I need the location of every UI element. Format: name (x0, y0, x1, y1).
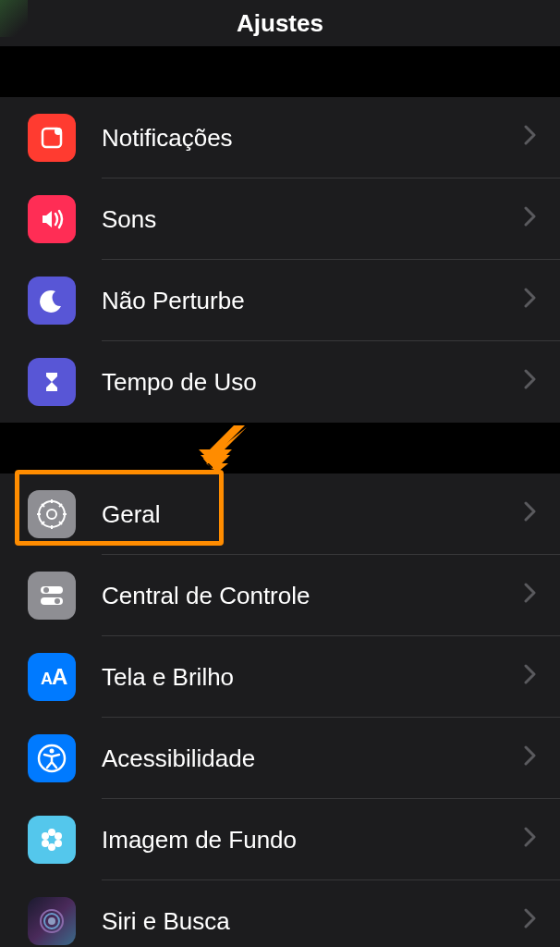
row-sounds[interactable]: Sons (0, 178, 560, 260)
row-label: Tela e Brilho (102, 663, 524, 692)
row-accessibility[interactable]: Acessibilidade (0, 718, 560, 799)
row-label: Central de Controle (102, 582, 524, 610)
svg-point-31 (48, 917, 55, 925)
svg-point-25 (48, 843, 55, 851)
svg-point-26 (42, 840, 49, 847)
section-gap (0, 46, 560, 97)
chevron-right-icon (524, 664, 537, 690)
row-do-not-disturb[interactable]: Não Perturbe (0, 260, 560, 341)
chevron-right-icon (524, 583, 537, 609)
row-siri-search[interactable]: Siri e Busca (0, 880, 560, 947)
svg-point-15 (43, 587, 49, 593)
svg-point-1 (55, 128, 62, 135)
page-title: Ajustes (237, 9, 323, 38)
gear-icon (28, 490, 76, 538)
chevron-right-icon (524, 369, 537, 395)
header-bar: Ajustes (0, 0, 560, 46)
row-label: Imagem de Fundo (102, 826, 524, 855)
hourglass-icon (28, 358, 76, 406)
row-label: Notificações (102, 124, 524, 153)
chevron-right-icon (524, 745, 537, 771)
row-label: Geral (102, 500, 524, 529)
row-display-brightness[interactable]: A A Tela e Brilho (0, 636, 560, 718)
row-notifications[interactable]: Notificações (0, 97, 560, 178)
chevron-right-icon (524, 288, 537, 314)
flower-icon (28, 816, 76, 864)
settings-group-2: Geral Central de Controle A A Tela (0, 474, 560, 947)
row-wallpaper[interactable]: Imagem de Fundo (0, 799, 560, 880)
accessibility-icon (28, 734, 76, 782)
svg-point-22 (48, 829, 55, 836)
svg-point-24 (55, 840, 62, 847)
svg-point-23 (55, 832, 62, 840)
row-label: Não Perturbe (102, 287, 524, 315)
settings-group-1: Notificações Sons Não Perturbe (0, 97, 560, 423)
row-label: Acessibilidade (102, 744, 524, 773)
svg-point-27 (42, 832, 49, 840)
row-general[interactable]: Geral (0, 474, 560, 555)
svg-text:A: A (52, 664, 67, 689)
notifications-icon (28, 114, 76, 162)
svg-point-21 (50, 749, 55, 754)
header-gradient (0, 0, 28, 37)
chevron-right-icon (524, 908, 537, 934)
chevron-right-icon (524, 206, 537, 232)
row-label: Sons (102, 205, 524, 234)
siri-icon (28, 897, 76, 945)
section-gap (0, 423, 560, 474)
row-label: Tempo de Uso (102, 368, 524, 397)
moon-icon (28, 277, 76, 325)
chevron-right-icon (524, 125, 537, 151)
toggles-icon (28, 572, 76, 620)
row-screen-time[interactable]: Tempo de Uso (0, 341, 560, 423)
row-label: Siri e Busca (102, 907, 524, 936)
svg-point-28 (49, 837, 55, 842)
chevron-right-icon (524, 827, 537, 853)
sounds-icon (28, 195, 76, 243)
svg-point-17 (55, 598, 60, 604)
chevron-right-icon (524, 501, 537, 527)
row-control-center[interactable]: Central de Controle (0, 555, 560, 636)
svg-point-5 (47, 510, 56, 519)
text-size-icon: A A (28, 653, 76, 701)
